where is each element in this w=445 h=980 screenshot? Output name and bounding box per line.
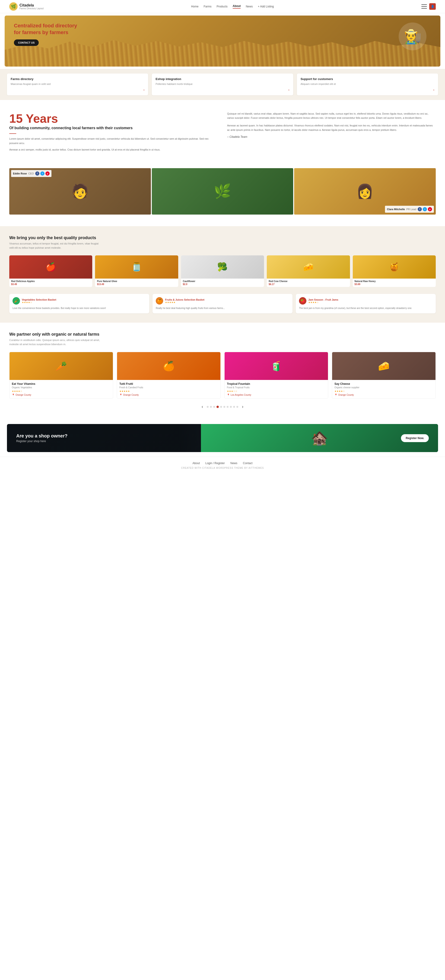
- feature-desc-farms: Maecenas feugiat quam in velit sed: [11, 82, 144, 86]
- product-card-honey[interactable]: 🍯 Natural Raw Honey $3.69: [353, 255, 436, 287]
- footer-link-about[interactable]: About: [193, 461, 200, 465]
- farm-stars-frutti: ★★★★★: [119, 390, 218, 393]
- review-stars-fruits: ★★★★★: [165, 301, 204, 304]
- review-avatar-fruits: 🍊: [156, 297, 163, 305]
- product-price-honey: $3.69: [353, 283, 436, 287]
- years-right: Quisque vel mi blandit, varius erat vita…: [227, 111, 436, 154]
- product-name-cauliflower: Cauliflower: [181, 278, 264, 283]
- brand-subtitle: Farms Directory Layout: [19, 7, 44, 10]
- footer-link-login[interactable]: Login / Register: [205, 461, 225, 465]
- carousel-dot-5[interactable]: [220, 406, 222, 408]
- product-card-cauliflower[interactable]: 🥦 Cauliflower $2.0: [181, 255, 264, 287]
- cta-subtext: Register your shop here: [16, 439, 67, 443]
- farm-card-tropical[interactable]: 🧃 Tropical Fountain Food & Tropical Frui…: [224, 352, 328, 399]
- farms-grid: 🥕 Eat Your Vitamins Organic Vegetables ★…: [9, 352, 436, 399]
- products-section: We bring you only the best quality produ…: [0, 226, 445, 323]
- years-signature: – Citadela Team: [227, 135, 436, 138]
- features-grid: Farms directory Maecenas feugiat quam in…: [7, 73, 438, 95]
- carousel-prev-button[interactable]: ‹: [200, 403, 205, 410]
- product-img-cauliflower: 🥦: [181, 255, 264, 278]
- farm-stars-tropical: ★★★☆☆: [227, 390, 326, 393]
- carousel-dot-10[interactable]: [236, 406, 238, 408]
- clara-twitter-icon[interactable]: t: [423, 207, 427, 211]
- review-product-jam: Jam Season - Fruit Jams: [308, 298, 338, 301]
- nav-home[interactable]: Home: [191, 5, 198, 8]
- carousel-dot-9[interactable]: [233, 406, 235, 408]
- farm-card-cheese[interactable]: 🧀 Say Cheese Organic cheese supplier ★★★…: [332, 352, 436, 399]
- carousel-dot-1[interactable]: [207, 406, 209, 408]
- product-card-apples[interactable]: 🍎 Red Delicious Apples $3.49: [9, 255, 92, 287]
- hamburger-menu[interactable]: [421, 5, 427, 9]
- nav-news[interactable]: News: [245, 5, 253, 8]
- nav-about[interactable]: About: [233, 5, 241, 9]
- eddie-pinterest-icon[interactable]: p: [46, 172, 50, 176]
- nav-add-listing[interactable]: + Add Listing: [258, 5, 274, 8]
- products-grid: 🍎 Red Delicious Apples $3.49 🫙 Pure Natu…: [9, 255, 436, 287]
- farm-card-frutti[interactable]: 🍊 Tutti Frutti Fresh & Candied Fruits ★★…: [117, 352, 221, 399]
- navbar: 🌿 Citadela Farms Directory Layout Home F…: [0, 0, 445, 13]
- farm-img-tropical: 🧃: [225, 352, 328, 380]
- product-price-ghee: $13.49: [95, 283, 178, 287]
- farm-stars-vitamins: ★★★★☆: [12, 390, 111, 393]
- product-card-ghee[interactable]: 🫙 Pure Natural Ghee $13.49: [95, 255, 178, 287]
- carousel-dot-4[interactable]: [217, 406, 219, 408]
- review-text-vegetables: Love the convenience these baskets provi…: [13, 306, 146, 310]
- years-left: 15 Years Of building community, connecti…: [9, 111, 218, 154]
- farm-location-tropical: 📍 Los Angeles County: [227, 394, 326, 396]
- farm-location-cheese: 📍 Orange County: [334, 394, 433, 396]
- review-header-fruits: 🍊 Fruits & Juices Selection Basket ★★★★★: [156, 297, 289, 305]
- footer-link-contact[interactable]: Contact: [243, 461, 252, 465]
- footer-link-news[interactable]: News: [230, 461, 238, 465]
- review-stars-jam: ★★★★☆: [308, 301, 338, 304]
- carousel-dot-6[interactable]: [223, 406, 225, 408]
- farm-name-tropical: Tropical Fountain: [227, 382, 326, 385]
- location-pin-frutti: 📍: [119, 394, 122, 396]
- feature-arrow-support[interactable]: ›: [433, 88, 434, 92]
- years-section: 15 Years Of building community, connecti…: [0, 100, 445, 166]
- clara-pinterest-icon[interactable]: p: [428, 207, 432, 211]
- nav-logo[interactable]: 🌿 Citadela Farms Directory Layout: [9, 2, 44, 11]
- cta-register-button[interactable]: Register Now.: [401, 434, 429, 442]
- review-avatar-vegetables: 🥕: [13, 297, 20, 305]
- product-price-apples: $3.49: [9, 283, 92, 287]
- eddie-facebook-icon[interactable]: f: [35, 172, 40, 176]
- farms-section-title: We partner only with organic or natural …: [9, 332, 436, 337]
- team-img-center: 🌿: [152, 168, 293, 215]
- feature-arrow-eshop[interactable]: ›: [288, 88, 290, 92]
- product-img-ghee: 🫙: [95, 255, 178, 278]
- footer: About Login / Register News Contact Crea…: [0, 457, 445, 474]
- years-right-text2: Aenean ac laoreet quam. In hac habitasse…: [227, 123, 436, 132]
- farm-stars-cheese: ★★★★☆: [334, 390, 433, 393]
- review-card-vegetables: 🥕 Vegetables Selection Basket ★★★★☆ Love…: [9, 294, 149, 313]
- nav-farms[interactable]: Farms: [203, 5, 211, 8]
- carousel-dots: [207, 406, 238, 408]
- carousel-dot-3[interactable]: [213, 406, 215, 408]
- farm-location-vitamins: 📍 Orange County: [12, 394, 111, 396]
- farm-name-vitamins: Eat Your Vitamins: [12, 382, 111, 385]
- nav-products[interactable]: Products: [217, 5, 227, 8]
- team-grid: 🧑 Eddie Rose CEO f t p 🌿 👩 Clara Mit: [9, 168, 436, 215]
- product-price-cauliflower: $2.0: [181, 283, 264, 287]
- user-button[interactable]: 👤: [429, 3, 436, 10]
- years-text2: Aenean a orci semper, mollis justo id, a…: [9, 148, 218, 152]
- carousel-next-button[interactable]: ›: [240, 403, 245, 410]
- feature-desc-support: Aliquam rutrum imperdiet elit et: [301, 82, 434, 86]
- team-card-eddie: 🧑 Eddie Rose CEO f t p: [9, 168, 151, 215]
- carousel-dot-8[interactable]: [230, 406, 232, 408]
- feature-arrow-farms[interactable]: ›: [144, 88, 145, 92]
- clara-facebook-icon[interactable]: f: [418, 207, 422, 211]
- farm-type-tropical: Food & Tropical Fruits: [227, 386, 326, 389]
- farm-img-frutti: 🍊: [117, 352, 220, 380]
- features-section: Farms directory Maecenas feugiat quam in…: [0, 69, 445, 100]
- carousel-nav: ‹ ›: [9, 403, 436, 410]
- review-product-fruits: Fruits & Juices Selection Basket: [165, 298, 204, 301]
- carousel-dot-2[interactable]: [210, 406, 212, 408]
- farm-card-vitamins[interactable]: 🥕 Eat Your Vitamins Organic Vegetables ★…: [9, 352, 113, 399]
- eddie-twitter-icon[interactable]: t: [40, 172, 44, 176]
- hero-cta-button[interactable]: CONTACT US: [14, 40, 39, 46]
- product-card-cheese[interactable]: 🧀 Red Cow Cheese $6.17: [267, 255, 350, 287]
- carousel-dot-7[interactable]: [226, 406, 228, 408]
- review-info-jam: Jam Season - Fruit Jams ★★★★☆: [308, 298, 338, 304]
- farm-info-tropical: Tropical Fountain Food & Tropical Fruits…: [225, 380, 328, 398]
- feature-card-eshop: Eshop integration Pellentes habitant mor…: [152, 73, 293, 95]
